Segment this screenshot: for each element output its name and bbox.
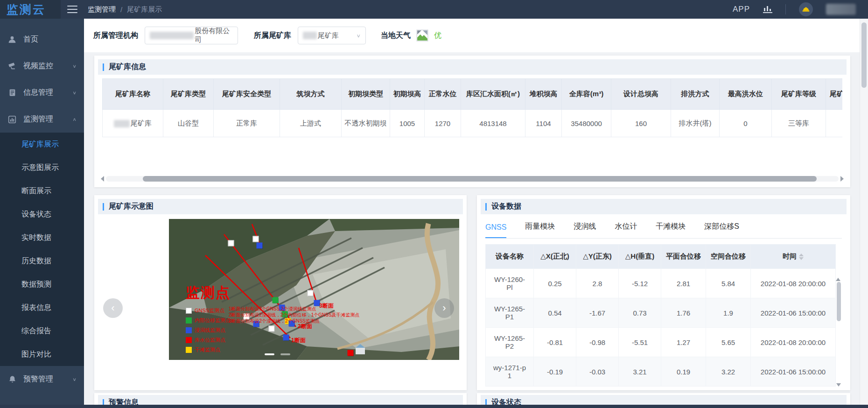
sidebar-submenu-item[interactable]: 报表信息 bbox=[0, 296, 84, 319]
sidebar-submenu-item[interactable]: 图片对比 bbox=[0, 343, 84, 366]
hamburger-icon[interactable] bbox=[67, 6, 77, 13]
device-tab[interactable]: 干滩模块 bbox=[656, 222, 686, 238]
device-cell: 1.9 bbox=[706, 298, 751, 328]
device-column-header: △X(正北) bbox=[534, 245, 576, 269]
sort-up-icon[interactable] bbox=[799, 253, 804, 256]
horizontal-scrollbar[interactable] bbox=[101, 175, 844, 183]
table-row: WY-1265-P10.54-1.670.731.761.92022-01-06… bbox=[486, 298, 836, 328]
map-title: 监测点 bbox=[186, 283, 231, 302]
monitor-point-marker[interactable] bbox=[257, 243, 263, 249]
sidebar-item-monitoring[interactable]: 监测管理 ∧ bbox=[0, 106, 84, 133]
device-cell: -0.98 bbox=[576, 328, 619, 357]
monitor-point-marker[interactable] bbox=[228, 240, 234, 246]
sidebar-submenu-item[interactable]: 尾矿库展示 bbox=[0, 133, 84, 156]
sidebar-item-video[interactable]: 视频监控 ∨ bbox=[0, 53, 84, 79]
bar-chart-icon[interactable] bbox=[763, 6, 772, 13]
scrollbar-track[interactable] bbox=[106, 176, 839, 182]
device-column-header: △H(垂直) bbox=[619, 245, 661, 269]
monitor-point-marker[interactable] bbox=[308, 290, 314, 296]
monitor-point-marker[interactable] bbox=[273, 297, 279, 303]
scroll-left-icon[interactable] bbox=[101, 176, 104, 182]
device-cell: 2.8 bbox=[576, 269, 619, 298]
legend-label: 内部位移监测点 bbox=[195, 317, 231, 324]
scroll-up-icon[interactable] bbox=[836, 270, 840, 281]
sidebar-submenu-item[interactable]: 历史数据 bbox=[0, 249, 84, 273]
sidebar-submenu-item[interactable]: 数据预测 bbox=[0, 273, 84, 296]
sidebar-item-alerts[interactable]: 预警管理 ∨ bbox=[0, 366, 84, 393]
pond-column-header: 全库容(m³) bbox=[562, 79, 611, 110]
chevron-down-icon: ∨ bbox=[72, 377, 77, 382]
carousel-prev-button[interactable]: ‹ bbox=[103, 298, 123, 318]
avatar[interactable] bbox=[799, 2, 813, 16]
scroll-down-icon[interactable] bbox=[836, 383, 841, 387]
scrollbar-thumb[interactable] bbox=[143, 176, 817, 182]
monitor-point-marker[interactable] bbox=[253, 236, 259, 242]
legend-label: 浸润线监测点 bbox=[195, 327, 225, 334]
bell-icon bbox=[7, 375, 17, 384]
accent-bar bbox=[103, 63, 104, 71]
chevron-up-icon: ∧ bbox=[72, 117, 77, 122]
device-tab[interactable]: 浸润线 bbox=[574, 222, 596, 238]
scrollbar-thumb[interactable] bbox=[861, 22, 867, 88]
sidebar: 首页 视频监控 ∨ 信息管理 ∨ 监测管理 ∧ bbox=[0, 19, 84, 408]
carousel-dot-active[interactable] bbox=[265, 353, 274, 355]
pond-column-header: 设计总坝高 bbox=[611, 79, 671, 110]
sidebar-submenu-item[interactable]: 设备状态 bbox=[0, 203, 84, 226]
username-redacted[interactable] bbox=[826, 4, 856, 15]
carousel-dot[interactable] bbox=[280, 353, 290, 355]
sidebar-submenu-item[interactable]: 实时数据 bbox=[0, 226, 84, 249]
device-tab[interactable]: 深部位移S bbox=[704, 222, 739, 238]
pond-cell: 不透水初期坝 bbox=[342, 110, 390, 137]
org-input[interactable]: 股份有限公司 bbox=[145, 27, 238, 44]
scrollbar-thumb[interactable] bbox=[837, 282, 841, 321]
pond-cell: 尾矿库 bbox=[103, 110, 163, 137]
app-link[interactable]: APP bbox=[733, 5, 750, 14]
device-cell: 2.81 bbox=[661, 269, 706, 298]
sidebar-item-label: 监测管理 bbox=[23, 114, 53, 124]
device-column-header: 空间合位移 bbox=[706, 245, 751, 269]
redacted-text bbox=[150, 32, 194, 39]
pond-cell: 排水井(塔) bbox=[671, 110, 720, 137]
pond-select[interactable]: 尾矿库 ∨ bbox=[298, 27, 366, 44]
document-icon bbox=[7, 88, 17, 98]
device-column-header: 平面合位移 bbox=[661, 245, 706, 269]
card-title: 设备数据 bbox=[491, 202, 521, 211]
scroll-right-icon[interactable] bbox=[840, 176, 844, 182]
pond-info-card: 尾矿库信息 尾矿库名称尾矿库类型尾矿库安全类型筑坝方式初期坝类型初期坝高正常水位… bbox=[94, 56, 850, 187]
device-cell: WY-1265-P1 bbox=[486, 298, 534, 328]
device-data-card: 设备数据 GNSS雨量模块浸润线水位计干滩模块深部位移S 设备名称△X(正北)△… bbox=[477, 195, 850, 390]
device-tab[interactable]: 雨量模块 bbox=[525, 222, 555, 238]
sort-icon[interactable] bbox=[799, 253, 804, 260]
monitor-point-marker[interactable] bbox=[269, 326, 275, 332]
device-cell: 0.19 bbox=[661, 357, 706, 387]
vertical-scrollbar[interactable] bbox=[836, 270, 842, 387]
sort-down-icon[interactable] bbox=[799, 257, 804, 260]
page-scrollbar[interactable] bbox=[860, 19, 868, 408]
top-navbar: 监测云 监测管理 / 尾矿库展示 APP bbox=[0, 0, 868, 19]
pond-column-header: 尾矿库名称 bbox=[103, 79, 163, 110]
satellite-image[interactable]: 监测点 GNSS监测点内部位移监测点浸润线监测点库水位监测点干滩监测点 1断面分… bbox=[169, 219, 459, 360]
app-logo[interactable]: 监测云 bbox=[0, 0, 61, 19]
carousel-dots bbox=[265, 353, 290, 355]
sidebar-item-home[interactable]: 首页 bbox=[0, 26, 84, 53]
pond-column-header: 库区汇水面积(㎡) bbox=[461, 79, 525, 110]
device-tab[interactable]: GNSS bbox=[485, 223, 506, 238]
monitor-point-marker[interactable] bbox=[348, 350, 354, 356]
pond-column-header: 尾矿库类型 bbox=[163, 79, 214, 110]
pond-column-header: 尾矿库等级 bbox=[772, 79, 826, 110]
device-tab[interactable]: 水位计 bbox=[615, 222, 637, 238]
schematic-card: 尾矿库示意图 ‹ › bbox=[94, 195, 467, 390]
device-cell: -0.81 bbox=[534, 328, 576, 357]
sidebar-item-info[interactable]: 信息管理 ∨ bbox=[0, 79, 84, 106]
pond-cell: 1270 bbox=[425, 110, 461, 137]
redacted-text bbox=[114, 120, 130, 127]
sidebar-submenu-item[interactable]: 示意图展示 bbox=[0, 156, 84, 179]
sidebar-submenu-item[interactable]: 断面展示 bbox=[0, 179, 84, 203]
sidebar-submenu-item[interactable]: 综合报告 bbox=[0, 319, 84, 343]
monitor-point-marker[interactable] bbox=[283, 335, 289, 341]
carousel-next-button[interactable]: › bbox=[434, 298, 454, 318]
sidebar-item-label: 预警管理 bbox=[23, 374, 53, 384]
pond-column-header: 初期坝高 bbox=[390, 79, 425, 110]
breadcrumb-item-parent[interactable]: 监测管理 bbox=[88, 5, 116, 14]
annotation-layer: 监测点 GNSS监测点内部位移监测点浸润线监测点库水位监测点干滩监测点 1断面分… bbox=[169, 219, 459, 360]
